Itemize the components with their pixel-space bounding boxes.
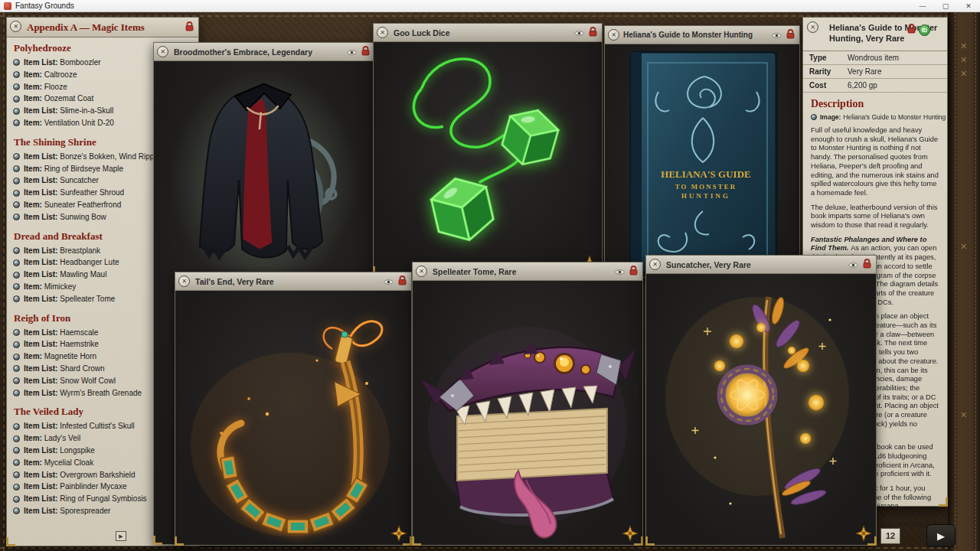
- close-icon[interactable]: ✕: [807, 21, 818, 33]
- os-close-button[interactable]: ✕: [957, 0, 980, 11]
- item-name: Haemscale: [57, 327, 98, 339]
- item-prefix: Item List:: [24, 151, 57, 163]
- item-prefix: Item List:: [24, 363, 57, 375]
- tails-end-image-canvas[interactable]: [175, 291, 411, 545]
- item-name: Mawling Maul: [57, 269, 106, 281]
- link-orb-icon[interactable]: [13, 484, 20, 491]
- item-prefix: Item List:: [24, 445, 57, 457]
- play-button[interactable]: ▶: [926, 524, 956, 547]
- share-icon[interactable]: [347, 45, 357, 59]
- link-orb-icon[interactable]: [13, 272, 20, 279]
- link-orb-icon[interactable]: [13, 165, 20, 172]
- lock-icon[interactable]: [589, 26, 597, 40]
- brass-corner: [153, 536, 162, 545]
- lock-icon[interactable]: [629, 265, 638, 279]
- link-orb-icon[interactable]: [13, 507, 20, 514]
- goo-dice-image-canvas[interactable]: [374, 42, 602, 275]
- image-link[interactable]: Image: Heliana's Guide to Monster Huntin…: [803, 112, 947, 125]
- link-orb-icon[interactable]: [13, 447, 20, 454]
- link-orb-icon[interactable]: [13, 341, 20, 348]
- lock-icon[interactable]: [786, 28, 795, 42]
- link-orb-icon[interactable]: [13, 71, 20, 78]
- link-orb-icon[interactable]: [811, 114, 817, 120]
- link-orb-icon[interactable]: [13, 365, 20, 372]
- item-name: Overgrown Barkshield: [57, 469, 135, 481]
- link-orb-icon[interactable]: [13, 259, 20, 266]
- close-icon[interactable]: ✕: [157, 46, 168, 57]
- goo-titlebar[interactable]: ✕ Goo Luck Dice: [374, 24, 602, 42]
- link-orb-icon[interactable]: [13, 190, 20, 197]
- link-orb-icon[interactable]: [13, 496, 20, 503]
- appendix-titlebar[interactable]: ✕ Appendix A — Magic Items: [7, 18, 198, 37]
- suncatcher-titlebar[interactable]: ✕ Suncatcher, Very Rare: [646, 256, 876, 274]
- item-prefix: Item:: [24, 350, 42, 363]
- svg-text:HUNTING: HUNTING: [681, 192, 730, 200]
- broodmother-titlebar[interactable]: ✕ Broodmother's Embrace, Legendary: [154, 43, 374, 61]
- link-orb-icon[interactable]: [13, 247, 20, 254]
- link-orb-icon[interactable]: [13, 178, 20, 184]
- link-orb-icon[interactable]: [13, 390, 20, 396]
- stitch-x-icon: ✕: [960, 69, 967, 79]
- window-title: Spelleater Tome, Rare: [433, 267, 517, 276]
- link-orb-icon[interactable]: [13, 354, 20, 360]
- lock-icon[interactable]: [185, 21, 194, 34]
- share-icon[interactable]: [384, 275, 394, 289]
- scroll-forward-button[interactable]: ▶: [116, 531, 126, 541]
- id-badge[interactable]: ID: [919, 24, 930, 36]
- spelleater-image-canvas[interactable]: [413, 281, 642, 545]
- close-icon[interactable]: ✕: [649, 259, 661, 270]
- lock-icon[interactable]: [907, 23, 916, 37]
- share-icon[interactable]: [615, 265, 625, 279]
- item-prefix: Item List:: [24, 293, 57, 305]
- link-orb-icon[interactable]: [13, 283, 20, 290]
- link-orb-icon[interactable]: [13, 214, 20, 220]
- share-icon[interactable]: [772, 28, 782, 42]
- close-icon[interactable]: ✕: [416, 266, 427, 277]
- field-value: 6,200 gp: [848, 81, 877, 90]
- link-orb-icon[interactable]: [13, 471, 20, 478]
- link-orb-icon[interactable]: [13, 108, 20, 115]
- item-sheet-header[interactable]: ✕ Heliana's Guide to Monster Hunting, Ve…: [803, 18, 947, 51]
- close-icon[interactable]: ✕: [178, 276, 190, 287]
- minimize-button[interactable]: —: [911, 0, 934, 11]
- item-name: Suneater Featherfrond: [42, 199, 121, 211]
- item-name: Shard Crown: [57, 363, 104, 375]
- link-orb-icon[interactable]: [13, 295, 20, 302]
- link-orb-icon[interactable]: [13, 59, 20, 66]
- maximize-button[interactable]: ▢: [934, 0, 957, 11]
- share-icon[interactable]: [848, 258, 858, 272]
- lock-icon[interactable]: [361, 45, 370, 59]
- stitch-seam-left: [3, 12, 5, 551]
- link-orb-icon[interactable]: [13, 329, 20, 336]
- link-orb-icon[interactable]: [13, 423, 20, 430]
- tails-end-titlebar[interactable]: ✕ Tail's End, Very Rare: [175, 272, 411, 291]
- item-name: Oozemat Coat: [42, 93, 93, 105]
- close-icon[interactable]: ✕: [10, 21, 21, 32]
- link-orb-icon[interactable]: [13, 153, 20, 160]
- image-link-text: Heliana's Guide to Monster Hunting: [843, 113, 946, 121]
- share-icon[interactable]: [574, 26, 584, 40]
- book-image-canvas[interactable]: HELIANA'S GUIDE TO MONSTER HUNTING: [605, 44, 799, 277]
- item-prefix: Item List:: [24, 57, 57, 69]
- window-title: Heliana's Guide to Monster Hunting: [623, 31, 753, 39]
- item-prefix: Item List:: [24, 481, 57, 493]
- lock-icon[interactable]: [398, 275, 407, 289]
- field-label: Type: [809, 54, 848, 62]
- link-orb-icon[interactable]: [13, 377, 20, 384]
- suncatcher-image-canvas[interactable]: [646, 274, 876, 545]
- close-icon[interactable]: ✕: [608, 29, 619, 41]
- link-orb-icon[interactable]: [13, 119, 20, 126]
- brass-corner: [645, 536, 655, 546]
- link-orb-icon[interactable]: [13, 201, 20, 208]
- close-icon[interactable]: ✕: [377, 27, 388, 38]
- link-orb-icon[interactable]: [13, 435, 20, 442]
- link-orb-icon[interactable]: [13, 459, 20, 466]
- link-orb-icon[interactable]: [13, 83, 20, 90]
- link-orb-icon[interactable]: [13, 96, 20, 103]
- brass-corner: [6, 537, 15, 546]
- spelleater-titlebar[interactable]: ✕ Spelleater Tome, Rare: [413, 262, 642, 281]
- os-titlebar: Fantasy Grounds — ▢ ✕: [0, 0, 980, 12]
- fantasy-grounds-app: Fantasy Grounds — ▢ ✕ ✕ ✕ ✕ ✕ ✕ ✕ Append…: [0, 0, 980, 551]
- lock-icon[interactable]: [863, 258, 871, 272]
- book-titlebar[interactable]: ✕ Heliana's Guide to Monster Hunting: [605, 26, 799, 44]
